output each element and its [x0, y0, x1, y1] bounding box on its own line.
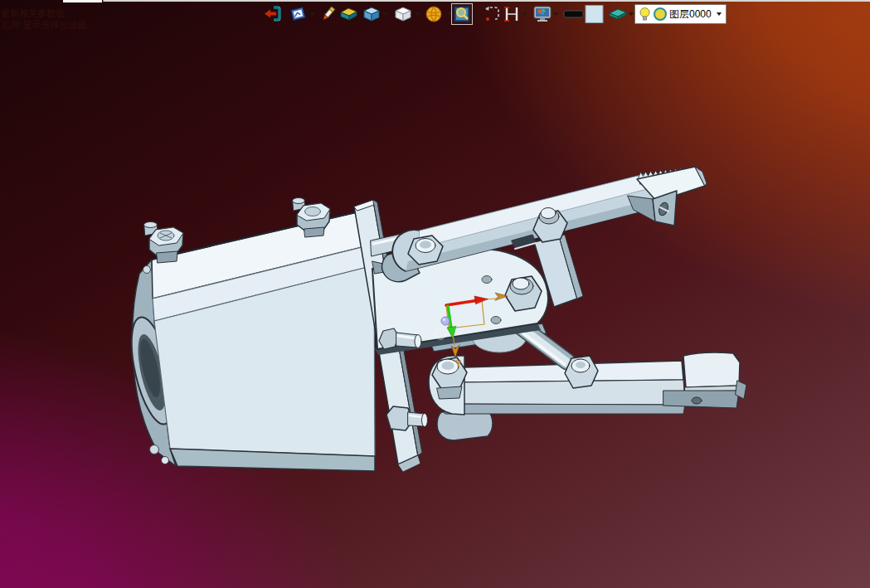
y-axis-label: Y	[455, 358, 462, 368]
hex-fitting-left[interactable]	[144, 222, 184, 264]
flange-stud-bottom[interactable]	[386, 406, 428, 430]
gripper-3d-model[interactable]: Y	[0, 0, 870, 588]
lower-arm-nut[interactable]	[565, 356, 598, 388]
